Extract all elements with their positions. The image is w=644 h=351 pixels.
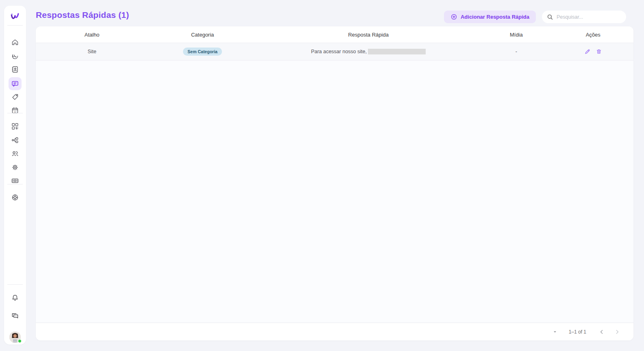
next-page-button[interactable] [612, 327, 622, 337]
add-quick-reply-button[interactable]: Adicionar Resposta Rápida [444, 11, 536, 23]
flow-icon [11, 136, 19, 144]
chat-bubbles-icon [11, 312, 19, 320]
rows-per-page-dropdown[interactable] [553, 329, 557, 334]
svg-text:12: 12 [14, 110, 16, 113]
pencil-icon [584, 48, 591, 55]
sidebar-divider [7, 25, 23, 26]
sidebar-item-quick-replies[interactable] [9, 77, 22, 90]
sidebar-item-calendar[interactable]: 12 [9, 104, 22, 117]
cell-midia: - [480, 49, 553, 54]
column-header-midia: Mídia [480, 32, 553, 38]
quick-replies-table: Atalho Categoria Resposta Rápida Mídia A… [36, 26, 633, 340]
sidebar-item-internal-chat[interactable] [9, 309, 22, 322]
users-icon [11, 150, 19, 158]
search-box [542, 11, 626, 23]
previous-page-button[interactable] [597, 327, 607, 337]
column-header-acoes: Ações [553, 32, 633, 38]
home-icon [11, 38, 19, 46]
search-input[interactable] [557, 14, 622, 20]
sidebar-item-teams[interactable] [9, 147, 22, 160]
chevron-right-icon [614, 329, 620, 335]
sidebar-divider [7, 284, 23, 285]
sidebar-item-notifications[interactable] [9, 291, 22, 304]
sidebar-divider [7, 113, 23, 113]
bell-icon [11, 294, 19, 302]
search-icon [547, 14, 553, 20]
column-header-atalho: Atalho [36, 32, 148, 38]
sidebar-item-home[interactable] [9, 36, 22, 49]
sidebar-item-tags[interactable] [9, 91, 22, 104]
delete-button[interactable] [596, 48, 602, 55]
tag-icon [11, 93, 19, 101]
sidebar-item-flows[interactable] [9, 134, 22, 147]
plus-circle-icon [450, 13, 457, 20]
app-logo[interactable] [4, 10, 26, 26]
sidebar-item-modules[interactable] [9, 120, 22, 133]
life-buoy-icon [11, 193, 19, 202]
logo-icon [9, 11, 21, 25]
trash-icon [596, 48, 602, 55]
modules-icon [11, 122, 19, 130]
user-avatar[interactable] [9, 332, 21, 343]
gear-icon [11, 163, 19, 171]
table-row: Site Sem Categoria Para acessar nosso si… [36, 43, 633, 61]
column-header-resposta: Resposta Rápida [257, 32, 480, 38]
category-badge: Sem Categoria [183, 48, 222, 56]
table-header-row: Atalho Categoria Resposta Rápida Mídia A… [36, 26, 633, 43]
cell-atalho: Site [36, 49, 148, 54]
contacts-icon [11, 65, 19, 74]
sidebar-item-help[interactable] [9, 191, 22, 204]
sidebar-item-settings[interactable] [9, 161, 22, 174]
money-icon [11, 177, 19, 185]
calendar-icon: 12 [11, 106, 19, 115]
sidebar-divider [7, 184, 23, 184]
cell-acoes [553, 48, 633, 55]
redacted-text-block [368, 49, 426, 54]
cell-resposta: Para acessar nosso site, [257, 49, 480, 55]
page-title: Respostas Rápidas (1) [36, 10, 129, 20]
chat-icon [11, 80, 19, 88]
table-empty-area [36, 61, 633, 323]
caret-down-icon [553, 329, 557, 334]
pagination-bar: 1–1 of 1 [36, 323, 633, 340]
sidebar-item-contacts[interactable] [9, 63, 22, 76]
sidebar: 12 [4, 6, 26, 344]
column-header-categoria: Categoria [148, 32, 257, 38]
add-quick-reply-label: Adicionar Resposta Rápida [461, 14, 529, 20]
sidebar-item-whatsapp[interactable] [9, 50, 22, 63]
whatsapp-icon [11, 52, 19, 60]
resposta-text: Para acessar nosso site, [311, 49, 367, 54]
sidebar-item-billing[interactable] [9, 174, 22, 187]
chevron-left-icon [598, 329, 605, 335]
cell-categoria: Sem Categoria [148, 48, 257, 56]
pagination-range-label: 1–1 of 1 [569, 329, 586, 335]
edit-button[interactable] [584, 48, 591, 55]
online-status-dot [18, 339, 22, 343]
